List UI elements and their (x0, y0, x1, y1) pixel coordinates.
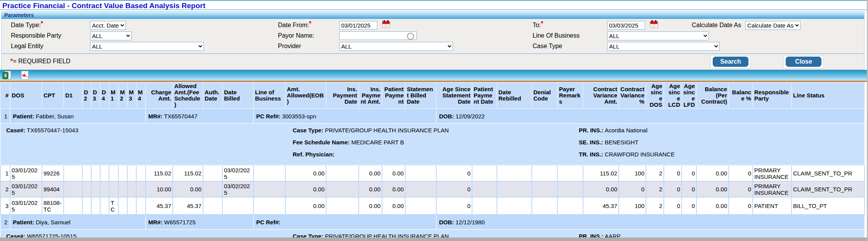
table-cell: PRIMARY INSURANCE (753, 181, 792, 197)
table-cell: BILL_TO_PT (792, 197, 865, 215)
table-cell: 03/02/2025 (222, 181, 253, 197)
table-cell: 0.00 (285, 181, 326, 197)
patient-header-row: 2 Patient: Diya, Samuel MR#: W65571725 P… (0, 215, 865, 229)
calculate-date-as-select[interactable]: Calculate Date As (745, 21, 800, 30)
table-cell: 0 (664, 181, 682, 197)
table-cell (557, 181, 583, 197)
table-cell: 115.02 (583, 165, 619, 181)
required-field-row: *= REQUIRED FIELD Search Close (2, 53, 864, 69)
table-cell (532, 197, 557, 215)
col-header: Amt. Allowed(EOB) (285, 82, 326, 109)
tr-ins-value: CRAWFORD INSURANCE (605, 151, 675, 158)
table-cell: 0.00 (696, 165, 729, 181)
to-date-input[interactable] (607, 21, 645, 29)
legal-entity-select[interactable]: ALL (90, 42, 204, 51)
case-header-row: Case#: TX65570447-15043 Case Type: PRIVA… (0, 123, 865, 165)
table-cell (127, 197, 136, 215)
col-header: Balance % (729, 82, 753, 109)
table-cell: 0 (729, 197, 753, 215)
case-type-select[interactable]: ALL (607, 42, 720, 51)
table-cell: 45.37 (583, 197, 619, 215)
table-cell: CLAIM_SENT_TO_PR (792, 181, 865, 197)
line-of-business-select[interactable]: ALL (607, 31, 709, 40)
date-from-input[interactable] (339, 21, 377, 29)
export-toolbar: X (0, 70, 868, 82)
table-cell (253, 197, 285, 215)
patient-dob-cell: DOB: 12/09/2022 (436, 109, 865, 123)
svg-text:17: 17 (653, 24, 656, 27)
close-button-well: Close (783, 55, 824, 68)
table-cell: 88108-TC (42, 197, 64, 215)
responsible-party-select[interactable]: ALL (90, 31, 132, 40)
patient-header-row: 1 Patient: Fabber, Susan MR#: TX65570447… (0, 109, 865, 123)
table-cell (91, 165, 100, 181)
table-cell: 0 (619, 181, 646, 197)
ref-physician-label: Ref. Physician: (293, 151, 335, 158)
case-insurance-col: PR. INS.: Acordia National SE. INS.: BEN… (579, 127, 864, 163)
legal-entity-label: Legal Entity (11, 43, 43, 50)
search-button[interactable]: Search (713, 57, 748, 67)
table-cell: PATIENT (753, 197, 792, 215)
col-header: M4 (136, 82, 146, 109)
table-cell: 99404 (42, 181, 64, 197)
patient-mr-cell: MR#: TX65570447 (146, 109, 253, 123)
pc-ref-value: 3003553-spn (282, 113, 316, 120)
col-header: Age since DOS (646, 82, 664, 109)
patient-index: 2 (0, 215, 10, 229)
col-header: D4 (100, 82, 109, 109)
table-cell: 0 (436, 165, 472, 181)
table-cell (109, 181, 118, 197)
table-cell (91, 181, 100, 197)
table-cell: 3 (0, 197, 10, 215)
table-cell (109, 165, 118, 181)
table-cell (64, 165, 82, 181)
case-number-col: Case#: TX65570447-15043 (6, 127, 293, 163)
col-header: Auth. Date (203, 82, 222, 109)
close-button[interactable]: Close (786, 57, 821, 67)
table-cell (82, 197, 91, 215)
patient-name: Fabber, Susan (36, 113, 74, 120)
case-type-label: Case Type: (293, 127, 323, 134)
case-type-value: PRIVATE/GROUP HEALTH INSURANCE PLAN (325, 127, 449, 134)
payor-name-input[interactable] (339, 31, 417, 40)
payor-lookup-icon[interactable] (407, 33, 414, 40)
table-cell: 115.02 (173, 165, 203, 181)
table-cell: 0 (436, 181, 472, 197)
pdf-export-icon[interactable] (20, 71, 30, 80)
col-header: M2 (118, 82, 127, 109)
excel-export-icon[interactable]: X (2, 71, 12, 80)
svg-text:X: X (4, 73, 7, 78)
table-cell: 0.00 (359, 181, 382, 197)
date-type-select[interactable]: Acct. Date (90, 21, 126, 30)
table-cell: 0.00 (285, 197, 326, 215)
col-header: Age since LCD (664, 82, 682, 109)
col-header: Date Billed (222, 82, 253, 109)
col-header: D1 (64, 82, 82, 109)
line-of-business-label: Line Of Business (533, 32, 580, 39)
table-cell (64, 181, 82, 197)
calendar-icon[interactable]: 17 (382, 20, 390, 28)
table-cell (497, 197, 532, 215)
table-cell (136, 181, 146, 197)
table-cell: 0.00 (173, 181, 203, 197)
table-cell (136, 197, 146, 215)
pc-ref-label: PC Ref#: (256, 219, 281, 225)
table-cell: 0 (664, 197, 682, 215)
case-detail-col: Case Type: PRIVATE/GROUP HEALTH INSURANC… (293, 127, 579, 163)
calendar-icon[interactable]: 17 (650, 20, 658, 28)
table-cell: TC (109, 197, 118, 215)
col-header: Age since LFD (682, 82, 696, 109)
pr-ins-value: Acordia National (605, 127, 648, 134)
bottom-scroll-strip[interactable] (0, 238, 868, 241)
patient-label: Patient: (13, 219, 34, 225)
title-bar: Practice Financial - Contract Value Base… (0, 0, 868, 10)
svg-text:17: 17 (385, 24, 388, 27)
table-cell (472, 181, 497, 197)
table-cell: 0 (682, 181, 696, 197)
provider-select[interactable]: ALL (339, 42, 453, 51)
table-cell: 0 (682, 197, 696, 215)
mr-value: W65571725 (164, 219, 196, 225)
col-header: Patient Payment (382, 82, 405, 109)
table-cell: 03/02/2025 (222, 165, 253, 181)
table-cell: 0 (682, 165, 696, 181)
